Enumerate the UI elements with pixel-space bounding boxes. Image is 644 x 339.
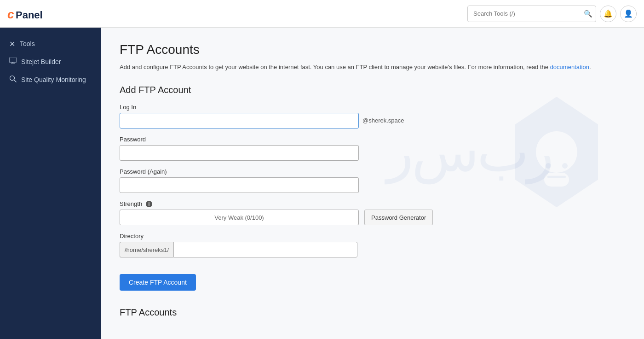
search-wrapper: 🔍	[467, 6, 596, 22]
password-field-group: Password	[120, 136, 626, 161]
strength-value: Very Weak (0/100)	[214, 214, 264, 221]
strength-bar: Very Weak (0/100)	[120, 210, 359, 225]
description-text: Add and configure FTP Accounts to get yo…	[120, 64, 550, 70]
notifications-button[interactable]: 🔔	[600, 6, 616, 22]
page-title: FTP Accounts	[120, 42, 626, 57]
password-label: Password	[120, 136, 626, 143]
directory-label: Directory	[120, 233, 626, 240]
search-input[interactable]	[467, 6, 596, 22]
svg-line-6	[14, 80, 17, 82]
login-input[interactable]	[120, 113, 359, 129]
strength-field-group: Strength i Very Weak (0/100) Password Ge…	[120, 200, 626, 226]
sitejet-icon	[9, 58, 17, 66]
page-description: Add and configure FTP Accounts to get yo…	[120, 63, 626, 72]
create-ftp-account-button[interactable]: Create FTP Account	[120, 274, 196, 291]
add-ftp-section-title: Add FTP Account	[120, 85, 626, 95]
header-actions: 🔍 🔔 👤	[467, 6, 637, 22]
login-input-row: @sherek.space	[120, 113, 626, 129]
directory-field-group: Directory /home/shereks1/	[120, 233, 626, 257]
strength-info-icon[interactable]: i	[146, 201, 152, 207]
domain-suffix: @sherek.space	[362, 117, 404, 124]
site-quality-icon	[9, 75, 17, 84]
sidebar-item-site-quality[interactable]: Site Quality Monitoring	[0, 70, 101, 89]
svg-rect-2	[9, 58, 17, 62]
sidebar-item-site-quality-label: Site Quality Monitoring	[21, 76, 86, 84]
directory-prefix: /home/shereks1/	[120, 242, 173, 257]
ftp-accounts-section: FTP Accounts	[120, 307, 626, 318]
tools-icon: ✕	[9, 40, 15, 48]
login-field-group: Log In @sherek.space	[120, 104, 626, 129]
user-profile-button[interactable]: 👤	[620, 6, 637, 22]
header: c Panel 🔍 🔔 👤	[0, 0, 644, 28]
svg-text:Panel: Panel	[16, 9, 43, 21]
directory-row: /home/shereks1/	[120, 242, 626, 257]
password-input[interactable]	[120, 145, 359, 161]
sidebar-item-sitejet-label: Sitejet Builder	[21, 58, 61, 66]
login-label: Log In	[120, 104, 626, 111]
ftp-accounts-section-title: FTP Accounts	[120, 307, 626, 318]
password-generator-button[interactable]: Password Generator	[364, 210, 433, 225]
cpanel-logo: c Panel	[7, 6, 49, 21]
svg-text:c: c	[7, 7, 14, 21]
strength-row: Very Weak (0/100) Password Generator	[120, 210, 626, 225]
directory-input[interactable]	[173, 242, 357, 257]
sidebar-item-tools[interactable]: ✕ Tools	[0, 35, 101, 53]
password-again-label: Password (Again)	[120, 168, 626, 175]
documentation-link[interactable]: documentation	[550, 64, 589, 70]
sidebar-item-sitejet[interactable]: Sitejet Builder	[0, 53, 101, 70]
sidebar-item-tools-label: Tools	[20, 40, 35, 48]
strength-label: Strength i	[120, 200, 626, 208]
main-content: ر‌ب‌س‌ر FTP Accounts Add and configure F…	[101, 28, 644, 339]
search-icon-button[interactable]: 🔍	[584, 10, 592, 17]
logo-area: c Panel	[7, 6, 49, 21]
password-again-field-group: Password (Again)	[120, 168, 626, 193]
app-layout: ✕ Tools Sitejet Builder Site Quality Mon…	[0, 28, 644, 339]
svg-point-5	[10, 76, 15, 81]
sidebar: ✕ Tools Sitejet Builder Site Quality Mon…	[0, 28, 101, 339]
password-again-input[interactable]	[120, 177, 359, 193]
